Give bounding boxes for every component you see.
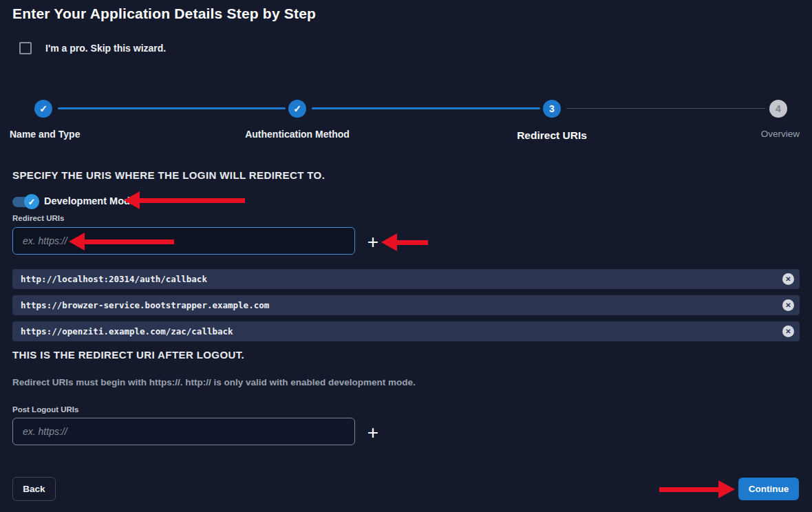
page-title: Enter Your Application Details Step by S… [12, 6, 316, 22]
add-redirect-uri-button[interactable]: + [363, 231, 383, 253]
step-2-circle[interactable]: ✓ [288, 100, 306, 118]
post-logout-uris-field-label: Post Logout URIs [12, 405, 78, 414]
remove-uri-icon[interactable]: ✕ [782, 299, 794, 311]
annotation-arrow-development-mode [124, 191, 245, 209]
development-mode-row: ✓ Development Mode [12, 193, 52, 211]
skip-wizard-label: I'm a pro. Skip this wizard. [45, 43, 166, 54]
step-label-authentication-method: Authentication Method [245, 129, 350, 140]
back-button[interactable]: Back [12, 477, 56, 501]
skip-wizard-row: I'm a pro. Skip this wizard. [19, 41, 166, 56]
step-connector-2-3 [312, 107, 540, 109]
continue-button[interactable]: Continue [738, 478, 799, 500]
annotation-arrow-add-button [381, 233, 428, 251]
annotation-arrow-continue [659, 480, 735, 498]
add-post-logout-uri-button[interactable]: + [363, 422, 383, 444]
development-mode-label: Development Mode [44, 195, 136, 206]
step-4-circle[interactable]: 4 [769, 100, 787, 118]
redirect-uri-chip: http://localhost:20314/auth/callback ✕ [12, 269, 800, 289]
redirect-uri-value: http://localhost:20314/auth/callback [21, 269, 207, 289]
step-label-overview: Overview [761, 129, 800, 139]
redirect-uri-note: Redirect URIs must begin with https://. … [12, 377, 416, 387]
remove-uri-icon[interactable]: ✕ [782, 326, 794, 337]
step-number: 4 [776, 104, 781, 114]
redirect-section-heading: SPECIFY THE URIS WHERE THE LOGIN WILL RE… [12, 169, 325, 181]
toggle-thumb: ✓ [24, 194, 39, 209]
skip-wizard-checkbox[interactable] [19, 42, 32, 54]
redirect-uri-input[interactable] [12, 227, 355, 255]
post-logout-uri-input[interactable] [12, 418, 355, 445]
check-icon: ✓ [39, 104, 47, 114]
check-icon: ✓ [293, 104, 301, 114]
redirect-uri-chip: https://openziti.example.com/zac/callbac… [12, 321, 800, 341]
step-1-circle[interactable]: ✓ [34, 100, 52, 118]
step-connector-3-4 [566, 108, 765, 109]
redirect-uri-value: https://browzer-service.bootstrapper.exa… [21, 295, 269, 315]
step-label-name-and-type: Name and Type [10, 129, 80, 140]
logout-section-heading: THIS IS THE REDIRECT URI AFTER LOGOUT. [12, 349, 244, 361]
step-connector-1-2 [58, 107, 286, 109]
application-wizard-page: Enter Your Application Details Step by S… [0, 0, 812, 512]
remove-uri-icon[interactable]: ✕ [782, 273, 794, 285]
step-label-redirect-uris: Redirect URIs [517, 129, 587, 142]
redirect-uri-value: https://openziti.example.com/zac/callbac… [21, 321, 233, 341]
redirect-uris-field-label: Redirect URIs [12, 214, 64, 222]
redirect-uri-chip: https://browzer-service.bootstrapper.exa… [12, 295, 800, 315]
check-icon: ✓ [28, 198, 36, 206]
step-3-circle[interactable]: 3 [543, 100, 561, 118]
step-number: 3 [549, 104, 555, 114]
